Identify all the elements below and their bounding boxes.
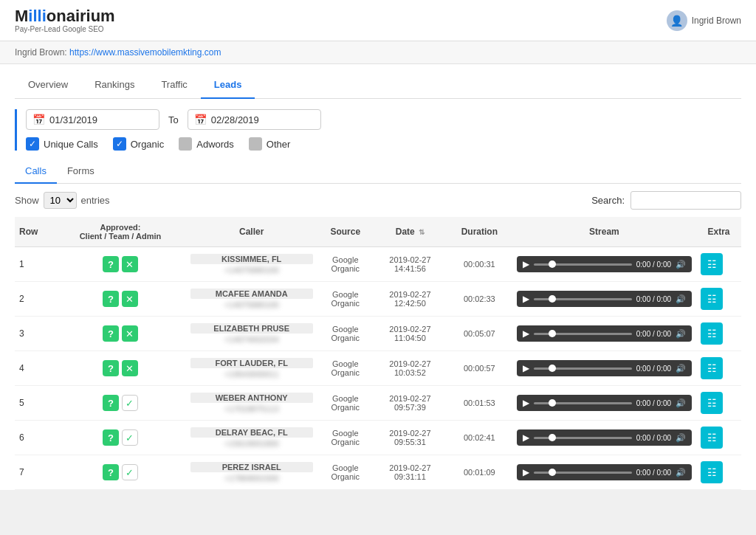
cell-approved: ?✓: [55, 386, 186, 421]
checkbox-unique-calls[interactable]: ✓ Unique Calls: [26, 137, 98, 151]
sub-tab-forms[interactable]: Forms: [57, 159, 105, 184]
play-button[interactable]: ▶: [523, 259, 529, 269]
show-entries: Show 10 25 50 entries: [15, 192, 110, 209]
play-button[interactable]: ▶: [523, 398, 529, 408]
table-row: 1?✕KISSIMMEE, FL+14075880100GoogleOrgani…: [15, 247, 741, 282]
cell-extra: ☷: [696, 386, 741, 421]
date-from-input[interactable]: [49, 114, 153, 125]
play-button[interactable]: ▶: [523, 467, 529, 477]
cell-row-number: 6: [15, 421, 55, 455]
approve-x-icon[interactable]: ✕: [122, 360, 138, 376]
checkbox-adwords-box[interactable]: [179, 137, 192, 151]
cell-stream: ▶ 0:00 / 0:00 🔊: [512, 455, 696, 490]
audio-track[interactable]: [534, 472, 632, 474]
audio-track[interactable]: [534, 298, 632, 300]
checkbox-other-label: Other: [267, 139, 291, 150]
volume-icon[interactable]: 🔊: [676, 329, 686, 339]
info-url[interactable]: https://www.massivemobilemkting.com: [69, 47, 221, 58]
cell-approved: ?✕: [55, 317, 186, 351]
play-button[interactable]: ▶: [523, 294, 529, 304]
checkbox-organic[interactable]: ✓ Organic: [113, 137, 165, 151]
audio-player: ▶ 0:00 / 0:00 🔊: [517, 429, 692, 446]
volume-icon[interactable]: 🔊: [676, 294, 686, 304]
search-area: Search:: [591, 191, 741, 210]
approve-question-icon[interactable]: ?: [103, 429, 119, 446]
tab-leads[interactable]: Leads: [201, 72, 255, 99]
extra-button[interactable]: ☷: [701, 427, 723, 449]
play-button[interactable]: ▶: [523, 363, 529, 373]
approve-x-icon[interactable]: ✕: [122, 325, 138, 342]
extra-button[interactable]: ☷: [701, 392, 723, 414]
table-row: 6?✓DELRAY BEAC, FL+15619001800GoogleOrga…: [15, 421, 741, 455]
cell-duration: 00:02:33: [447, 282, 512, 317]
approve-question-icon[interactable]: ?: [103, 325, 119, 342]
col-header-caller: Caller: [186, 217, 317, 247]
filters-section: 📅 To 📅 ✓ Unique Calls ✓ Organic Adwords: [15, 109, 741, 151]
checkbox-adwords[interactable]: Adwords: [179, 137, 234, 151]
entries-select[interactable]: 10 25 50: [44, 192, 77, 209]
cell-source: GoogleOrganic: [317, 351, 374, 386]
approve-question-icon[interactable]: ?: [103, 360, 119, 376]
checkbox-other-box[interactable]: [249, 137, 262, 151]
audio-track[interactable]: [534, 333, 632, 335]
approve-question-icon[interactable]: ?: [103, 464, 119, 480]
extra-button[interactable]: ☷: [701, 322, 723, 345]
approve-question-icon[interactable]: ?: [103, 256, 119, 272]
checkbox-unique-calls-box[interactable]: ✓: [26, 137, 39, 151]
approve-x-icon[interactable]: ✕: [122, 291, 138, 307]
audio-time: 0:00 / 0:00: [636, 434, 671, 442]
audio-progress-dot: [549, 295, 556, 303]
approve-question-icon[interactable]: ?: [103, 395, 119, 411]
sub-tab-calls[interactable]: Calls: [15, 159, 57, 184]
audio-track[interactable]: [534, 367, 632, 370]
checkbox-organic-label: Organic: [131, 139, 165, 150]
audio-progress-dot: [549, 260, 556, 268]
approve-check-icon[interactable]: ✓: [122, 429, 138, 446]
volume-icon[interactable]: 🔊: [676, 364, 686, 373]
cell-caller: PEREZ ISRAEL+17869001500: [186, 455, 317, 490]
audio-progress-dot: [549, 330, 556, 337]
date-filter-row: 📅 To 📅: [26, 109, 741, 130]
calendar-icon-to: 📅: [194, 114, 207, 125]
volume-icon[interactable]: 🔊: [676, 468, 686, 477]
extra-button[interactable]: ☷: [701, 253, 723, 275]
cell-row-number: 3: [15, 317, 55, 351]
search-input[interactable]: [630, 191, 741, 210]
audio-time: 0:00 / 0:00: [636, 260, 671, 269]
volume-icon[interactable]: 🔊: [676, 260, 686, 269]
approve-x-icon[interactable]: ✕: [122, 256, 138, 272]
audio-player: ▶ 0:00 / 0:00 🔊: [517, 464, 692, 480]
cell-caller: WEBER ANTHONY+17018875113: [186, 386, 317, 421]
main-content: Overview Rankings Traffic Leads 📅 To 📅 ✓…: [0, 64, 756, 490]
audio-player: ▶ 0:00 / 0:00 🔊: [517, 325, 692, 342]
approve-question-icon[interactable]: ?: [103, 291, 119, 307]
play-button[interactable]: ▶: [523, 328, 529, 339]
audio-track[interactable]: [534, 402, 632, 404]
checkbox-organic-box[interactable]: ✓: [113, 137, 126, 151]
volume-icon[interactable]: 🔊: [676, 433, 686, 443]
entries-label: entries: [81, 195, 110, 206]
user-avatar: 👤: [667, 10, 687, 31]
audio-progress-dot: [549, 469, 556, 476]
tab-rankings[interactable]: Rankings: [81, 72, 148, 99]
tab-overview[interactable]: Overview: [15, 72, 81, 99]
leads-table: Row Approved:Client / Team / Admin Calle…: [15, 217, 741, 490]
cell-caller: FORT LAUDER, FL+19543000011: [186, 351, 317, 386]
audio-track[interactable]: [534, 263, 632, 266]
checkbox-other[interactable]: Other: [249, 137, 291, 151]
approve-check-icon[interactable]: ✓: [122, 395, 138, 411]
cell-row-number: 4: [15, 351, 55, 386]
date-to-input[interactable]: [211, 114, 315, 125]
tab-traffic[interactable]: Traffic: [148, 72, 200, 99]
volume-icon[interactable]: 🔊: [676, 398, 686, 408]
col-header-date: Date ⇅: [374, 217, 447, 247]
table-row: 4?✕FORT LAUDER, FL+19543000011GoogleOrga…: [15, 351, 741, 386]
audio-track[interactable]: [534, 437, 632, 439]
approve-check-icon[interactable]: ✓: [122, 464, 138, 480]
checkbox-adwords-label: Adwords: [196, 139, 234, 150]
extra-button[interactable]: ☷: [701, 288, 723, 310]
play-button[interactable]: ▶: [523, 432, 529, 443]
extra-button[interactable]: ☷: [701, 461, 723, 483]
extra-button[interactable]: ☷: [701, 357, 723, 379]
cell-duration: 00:01:09: [447, 455, 512, 490]
